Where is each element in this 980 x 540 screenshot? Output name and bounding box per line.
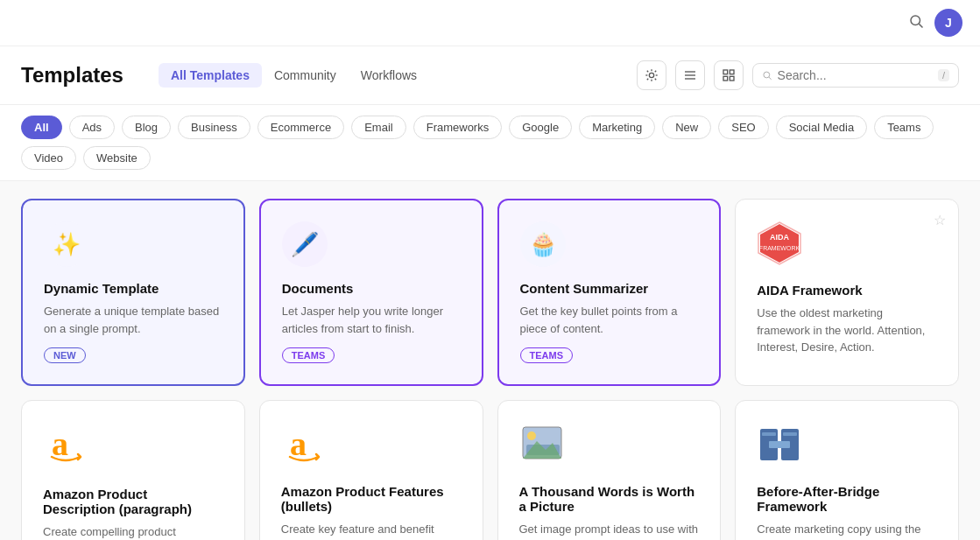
svg-text:AIDA: AIDA — [770, 233, 789, 242]
svg-point-29 — [527, 431, 536, 440]
card-desc: Generate a unique template based on a si… — [44, 303, 222, 337]
tab-all-templates[interactable]: All Templates — [159, 63, 262, 88]
filter-chip-social-media[interactable]: Social Media — [776, 116, 867, 139]
grid-view-button[interactable] — [714, 60, 744, 90]
filter-chip-video[interactable]: Video — [21, 146, 76, 170]
nav-tabs: All Templates Community Workflows — [159, 63, 429, 88]
svg-text:a: a — [52, 425, 68, 462]
svg-line-1 — [919, 24, 922, 27]
svg-point-0 — [911, 16, 920, 25]
filter-row: All Ads Blog Business Ecommerce Email Fr… — [0, 105, 980, 181]
svg-rect-15 — [730, 70, 734, 74]
aida-icon: AIDA FRAMEWORK — [757, 221, 937, 269]
filter-chip-google[interactable]: Google — [509, 116, 572, 139]
documents-icon: 🖊️ — [282, 221, 328, 267]
svg-rect-16 — [723, 76, 728, 81]
card-desc: Let Jasper help you write longer article… — [282, 303, 461, 337]
svg-line-9 — [647, 79, 648, 80]
svg-line-19 — [769, 77, 772, 80]
amazon-icon: a — [43, 422, 223, 473]
badge-teams: TEAMS — [282, 347, 335, 363]
filter-chip-all[interactable]: All — [21, 116, 62, 139]
svg-rect-35 — [783, 432, 797, 436]
badge-new: NEW — [44, 347, 86, 363]
search-shortcut: / — [938, 69, 949, 81]
svg-line-7 — [647, 71, 648, 72]
card-title: Content Summarizer — [520, 281, 699, 296]
card-thousand-words[interactable]: A Thousand Words is Worth a Picture Get … — [497, 400, 722, 540]
card-title: Dynamic Template — [44, 281, 222, 296]
card-title: Amazon Product Description (paragraph) — [43, 487, 223, 516]
page-title: Templates — [21, 63, 123, 88]
card-desc: Create marketing copy using the BAB fram… — [757, 521, 937, 540]
svg-point-18 — [764, 72, 770, 78]
before-after-bridge-icon — [757, 422, 937, 470]
filter-chip-seo[interactable]: SEO — [718, 116, 768, 139]
star-icon[interactable]: ☆ — [934, 212, 946, 228]
list-view-button[interactable] — [675, 60, 705, 90]
card-content-summarizer[interactable]: 🧁 Content Summarizer Get the key bullet … — [497, 199, 722, 386]
card-title: AIDA Framework — [757, 283, 937, 298]
header-right: / — [637, 60, 959, 90]
card-aida-framework[interactable]: ☆ AIDA FRAMEWORK AIDA Framework Use the … — [735, 199, 959, 386]
svg-rect-14 — [723, 70, 728, 74]
thousand-words-icon — [519, 422, 700, 470]
svg-rect-34 — [762, 432, 776, 436]
card-desc: Create compelling product descriptions f… — [43, 523, 223, 540]
filter-chip-ecommerce[interactable]: Ecommerce — [257, 116, 344, 139]
card-desc: Create key feature and benefit bullet po… — [281, 521, 462, 540]
avatar[interactable]: J — [934, 9, 962, 37]
card-title: A Thousand Words is Worth a Picture — [519, 484, 700, 514]
card-documents[interactable]: 🖊️ Documents Let Jasper help you write l… — [259, 199, 483, 386]
filter-chip-marketing[interactable]: Marketing — [579, 116, 655, 139]
card-desc: Get the key bullet points from a piece o… — [520, 303, 699, 337]
amazon-icon-2: a — [281, 422, 462, 470]
tab-workflows[interactable]: Workflows — [349, 63, 429, 88]
cards-grid: ✨ Dynamic Template Generate a unique tem… — [0, 181, 980, 540]
filter-chip-business[interactable]: Business — [178, 116, 250, 139]
filter-chip-ads[interactable]: Ads — [69, 116, 115, 139]
header: Templates All Templates Community Workfl… — [0, 46, 980, 105]
card-desc: Use the oldest marketing framework in th… — [757, 305, 937, 356]
badge-teams: TEAMS — [520, 347, 574, 363]
card-dynamic-template[interactable]: ✨ Dynamic Template Generate a unique tem… — [21, 199, 245, 386]
card-title: Before-After-Bridge Framework — [757, 484, 937, 514]
search-bar[interactable]: / — [752, 63, 959, 88]
filter-chip-new[interactable]: New — [662, 116, 711, 139]
svg-line-8 — [655, 79, 656, 80]
card-title: Amazon Product Features (bullets) — [281, 484, 462, 514]
filter-chip-teams[interactable]: Teams — [874, 116, 934, 139]
content-summarizer-icon: 🧁 — [520, 221, 566, 267]
tab-community[interactable]: Community — [262, 63, 349, 88]
svg-rect-17 — [730, 76, 734, 81]
svg-point-2 — [649, 73, 653, 77]
card-desc: Get image prompt ideas to use with Jaspe… — [519, 521, 700, 540]
filter-chip-email[interactable]: Email — [351, 116, 406, 139]
dynamic-template-icon: ✨ — [44, 221, 89, 267]
filter-chip-frameworks[interactable]: Frameworks — [413, 116, 503, 139]
card-amazon-product-features[interactable]: a Amazon Product Features (bullets) Crea… — [259, 400, 483, 540]
filter-chip-website[interactable]: Website — [83, 146, 151, 170]
svg-text:a: a — [290, 425, 307, 462]
topbar-search-icon[interactable] — [908, 13, 924, 32]
cards-container: ✨ Dynamic Template Generate a unique tem… — [0, 181, 980, 540]
search-input[interactable] — [778, 68, 933, 82]
card-amazon-product-description[interactable]: a Amazon Product Description (paragraph)… — [21, 400, 245, 540]
theme-toggle-button[interactable] — [637, 60, 666, 90]
svg-line-10 — [655, 71, 656, 72]
filter-chip-blog[interactable]: Blog — [122, 116, 171, 139]
topbar: J — [0, 0, 980, 46]
svg-text:FRAMEWORK: FRAMEWORK — [759, 245, 800, 251]
card-title: Documents — [282, 281, 461, 296]
svg-rect-33 — [769, 441, 790, 448]
card-before-after-bridge[interactable]: Before-After-Bridge Framework Create mar… — [735, 400, 959, 540]
